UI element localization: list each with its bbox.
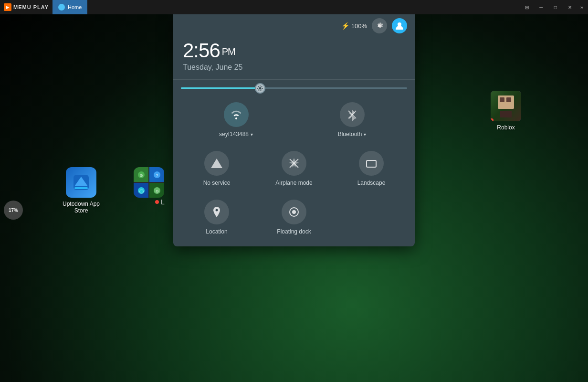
roblox-image bbox=[491, 91, 521, 121]
svg-point-12 bbox=[259, 87, 261, 89]
svg-marker-23 bbox=[211, 159, 222, 168]
logo-icon: ▶ bbox=[4, 3, 11, 11]
floating-dock-icon-circle bbox=[282, 200, 306, 224]
home-tab[interactable]: Home bbox=[52, 0, 87, 14]
svg-rect-26 bbox=[367, 160, 376, 167]
svg-rect-10 bbox=[74, 187, 88, 189]
desktop: G ? ◯ ⊙ bbox=[0, 14, 588, 382]
airplane-label: Airplane mode bbox=[275, 180, 312, 186]
bluetooth-label: Bluetooth bbox=[338, 131, 362, 138]
roblox-icon[interactable]: Roblox bbox=[491, 91, 521, 131]
svg-point-11 bbox=[398, 22, 401, 26]
brightness-slider[interactable] bbox=[181, 87, 407, 89]
app-logo: ▶ MEMU PLAY bbox=[0, 3, 52, 11]
svg-text:⊙: ⊙ bbox=[155, 189, 158, 193]
svg-line-20 bbox=[262, 86, 262, 86]
no-service-toggle[interactable]: No service bbox=[181, 147, 252, 190]
close-button[interactable]: ✕ bbox=[563, 2, 577, 12]
tab-label: Home bbox=[68, 4, 82, 10]
uptodown-icon[interactable]: Uptodown App Store bbox=[62, 167, 100, 214]
toggle-row-2: No service Airplane mode bbox=[181, 147, 407, 190]
l-dot bbox=[155, 200, 159, 204]
landscape-toggle[interactable]: Landscape bbox=[336, 147, 407, 190]
minimize-button[interactable]: ─ bbox=[535, 2, 548, 12]
svg-point-27 bbox=[216, 209, 218, 212]
toggle-row-3: Location Floating dock bbox=[181, 196, 407, 239]
quick-settings: seyf143488 ▾ bbox=[173, 80, 415, 246]
panel-statusbar: ⚡ 100% bbox=[173, 14, 415, 37]
titlebar: ▶ MEMU PLAY Home ⊟ ─ □ ✕ » bbox=[0, 0, 588, 14]
app-cell-3: ◯ bbox=[134, 183, 148, 198]
restore-button[interactable]: ⊟ bbox=[520, 2, 534, 12]
roblox-notification-dot bbox=[491, 118, 494, 121]
brightness-thumb[interactable] bbox=[255, 83, 265, 94]
tab-favicon bbox=[58, 4, 65, 11]
apps-group-icon: G ? ◯ ⊙ bbox=[134, 167, 164, 198]
svg-text:G: G bbox=[139, 173, 142, 178]
clock-time: 2:56PM bbox=[183, 39, 405, 62]
battery-percent: 100% bbox=[351, 22, 367, 30]
uptodown-label: Uptodown App Store bbox=[62, 201, 100, 214]
bluetooth-icon-circle bbox=[340, 102, 365, 127]
app-cell-4: ⊙ bbox=[149, 183, 164, 198]
battery-info: ⚡ 100% bbox=[341, 22, 367, 30]
l-text: L bbox=[161, 198, 165, 206]
uptodown-image bbox=[66, 167, 96, 198]
wifi-label: seyf143488 bbox=[219, 131, 249, 138]
no-service-label: No service bbox=[203, 180, 231, 186]
bluetooth-toggle[interactable]: Bluetooth ▾ bbox=[297, 98, 407, 141]
maximize-button[interactable]: □ bbox=[549, 2, 562, 12]
window-controls: ⊟ ─ □ ✕ » bbox=[520, 2, 588, 12]
brightness-fill bbox=[181, 87, 260, 89]
svg-point-29 bbox=[292, 210, 296, 214]
extra-controls: » bbox=[578, 4, 586, 10]
location-toggle[interactable]: Location bbox=[181, 196, 252, 239]
no-service-icon-circle bbox=[204, 151, 229, 176]
airplane-icon-circle bbox=[282, 151, 306, 176]
location-label: Location bbox=[206, 228, 227, 235]
bluetooth-label-row: Bluetooth ▾ bbox=[338, 131, 367, 138]
location-icon-circle bbox=[204, 200, 229, 224]
svg-text:?: ? bbox=[156, 174, 158, 177]
empty-slot bbox=[336, 196, 407, 239]
wifi-icon-circle bbox=[224, 102, 249, 127]
roblox-label: Roblox bbox=[497, 124, 514, 131]
app-cell-1: G bbox=[134, 167, 148, 182]
percent-badge: 17% bbox=[4, 201, 23, 220]
svg-line-18 bbox=[262, 89, 262, 90]
app-cell-2: ? bbox=[149, 167, 164, 182]
l-label-container: L bbox=[155, 198, 165, 206]
svg-line-19 bbox=[258, 89, 259, 90]
battery-icon: ⚡ bbox=[341, 22, 349, 30]
airplane-toggle[interactable]: Airplane mode bbox=[258, 147, 330, 190]
landscape-icon-circle bbox=[359, 151, 384, 176]
wifi-label-row: seyf143488 ▾ bbox=[219, 131, 253, 138]
clock-date: Tuesday, June 25 bbox=[183, 63, 405, 72]
svg-text:◯: ◯ bbox=[139, 189, 143, 193]
brightness-row bbox=[181, 87, 407, 89]
svg-line-17 bbox=[258, 86, 259, 86]
logo-text: MEMU PLAY bbox=[13, 4, 49, 10]
notification-panel: ⚡ 100% 2:56PM Tuesday, June 25 bbox=[173, 14, 415, 246]
landscape-label: Landscape bbox=[357, 180, 386, 186]
floating-dock-label: Floating dock bbox=[277, 228, 311, 235]
settings-button[interactable] bbox=[372, 18, 387, 33]
bluetooth-dropdown-icon: ▾ bbox=[364, 132, 366, 137]
user-avatar-button[interactable] bbox=[392, 18, 407, 33]
toggle-row-1: seyf143488 ▾ bbox=[181, 98, 407, 141]
floating-dock-toggle[interactable]: Floating dock bbox=[258, 196, 330, 239]
panel-clock: 2:56PM Tuesday, June 25 bbox=[173, 37, 415, 79]
wifi-dropdown-icon: ▾ bbox=[251, 132, 253, 137]
wifi-toggle[interactable]: seyf143488 ▾ bbox=[181, 98, 291, 141]
